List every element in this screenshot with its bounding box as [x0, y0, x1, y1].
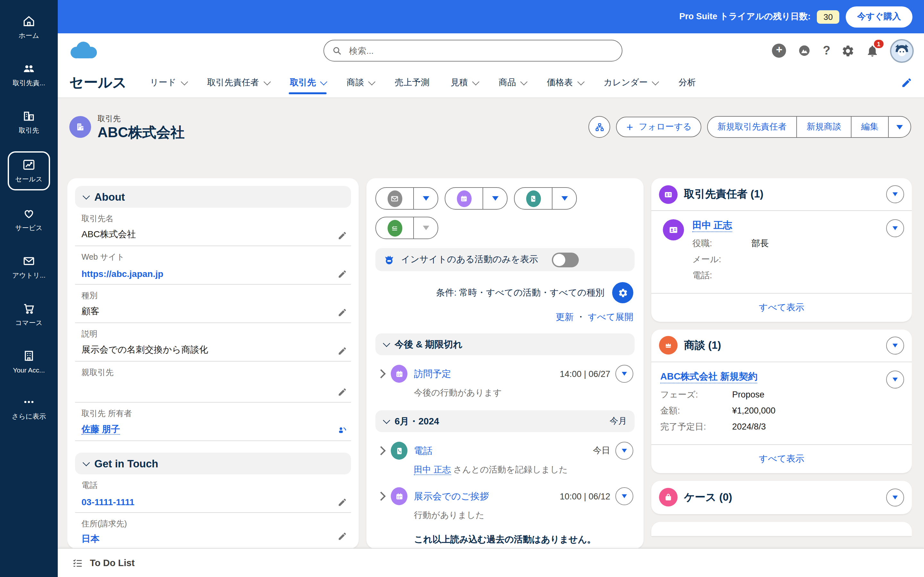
more-actions-button[interactable] — [888, 117, 911, 137]
expand-chevron-icon[interactable] — [376, 492, 386, 501]
tab-analytics[interactable]: 分析 — [678, 68, 696, 97]
home-icon — [22, 14, 36, 28]
settings-gear-icon[interactable] — [841, 44, 855, 57]
hierarchy-button[interactable] — [589, 116, 611, 138]
trial-banner-text: Pro Suite トライアルの残り日数: — [679, 11, 811, 23]
owner-link[interactable]: 佐藤 朋子 — [81, 424, 120, 435]
tab-products[interactable]: 商品 — [499, 68, 525, 97]
notifications-bell-icon[interactable]: 1 — [866, 44, 879, 57]
activity-title-link[interactable]: 展示会でのご挨拶 — [414, 490, 489, 502]
address-country-link[interactable]: 日本 — [81, 533, 99, 544]
new-task-button[interactable] — [376, 218, 414, 239]
change-owner-icon[interactable] — [337, 425, 347, 435]
edit-pencil-icon[interactable] — [338, 532, 347, 541]
tab-calendar[interactable]: カレンダー — [604, 68, 657, 97]
expand-chevron-icon[interactable] — [376, 369, 386, 378]
record-action-group: 新規取引先責任者 新規商談 編集 — [707, 116, 911, 138]
edit-pencil-icon[interactable] — [338, 387, 347, 397]
edit-pencil-icon[interactable] — [338, 269, 347, 279]
buy-now-button[interactable]: 今すぐ購入 — [846, 6, 913, 27]
related-card-actions-button[interactable] — [886, 488, 904, 506]
get-in-touch-section-header[interactable]: Get in Touch — [75, 453, 351, 474]
timeline-settings-button[interactable] — [612, 282, 633, 303]
help-icon[interactable]: ? — [823, 44, 830, 58]
month-section[interactable]: 6月・2024 今月 — [375, 410, 635, 432]
view-all-opportunities-link[interactable]: すべて表示 — [651, 445, 912, 473]
expand-chevron-icon[interactable] — [376, 446, 386, 455]
follow-button[interactable]: フォローする — [616, 117, 701, 137]
edit-pencil-icon[interactable] — [338, 308, 347, 318]
sidebar-item-accounts[interactable]: 取引先 — [15, 104, 43, 140]
ellipsis-icon — [22, 395, 36, 409]
tab-forecasts[interactable]: 売上予測 — [395, 68, 429, 97]
activity-title-link[interactable]: 訪問予定 — [414, 367, 451, 380]
log-call-button[interactable] — [515, 188, 552, 209]
sidebar-item-outreach[interactable]: アウトリ... — [8, 249, 49, 285]
todo-list-bar[interactable]: To Do List — [58, 548, 924, 577]
opportunity-name-link[interactable]: ABC株式会社 新規契約 — [660, 371, 758, 384]
chevron-down-icon — [652, 78, 659, 85]
row-actions-button[interactable] — [886, 219, 904, 237]
event-dropdown-button[interactable] — [483, 188, 507, 209]
call-dropdown-button[interactable] — [552, 188, 576, 209]
tab-opportunities[interactable]: 商談 — [347, 68, 373, 97]
trailhead-icon[interactable] — [797, 43, 812, 58]
new-opportunity-button[interactable]: 新規商談 — [796, 117, 851, 137]
tab-accounts[interactable]: 取引先 — [290, 68, 325, 97]
about-section-header[interactable]: About — [75, 186, 351, 208]
edit-pencil-icon[interactable] — [338, 498, 347, 507]
tab-quotes[interactable]: 見積 — [451, 68, 477, 97]
sidebar-item-home[interactable]: ホーム — [15, 9, 43, 45]
chevron-down-icon — [263, 78, 271, 85]
refresh-link[interactable]: 更新 — [556, 311, 573, 323]
user-avatar[interactable] — [890, 39, 914, 63]
contact-link[interactable]: 田中 正志 — [414, 465, 451, 475]
insights-toggle[interactable] — [551, 252, 578, 267]
email-button[interactable] — [376, 188, 414, 209]
activity-actions-button[interactable] — [615, 365, 633, 383]
record-page: 取引先 ABC株式会社 フォローする 新規取引先責任者 新規商談 編集 — [58, 98, 924, 577]
new-contact-button[interactable]: 新規取引先責任者 — [708, 117, 796, 137]
activity-actions-button[interactable] — [615, 442, 633, 460]
expand-all-link[interactable]: すべて展開 — [588, 311, 633, 323]
trial-days-badge: 30 — [817, 10, 839, 23]
sidebar-item-show-more[interactable]: さらに表示 — [8, 390, 50, 426]
edit-pencil-icon[interactable] — [338, 231, 347, 240]
add-icon[interactable]: + — [772, 44, 787, 58]
sidebar-item-commerce[interactable]: コマース — [11, 296, 47, 333]
tab-contacts[interactable]: 取引先責任者 — [207, 68, 268, 97]
field-billing-address: 住所(請求先) 日本 〒100-0005 東京都 千代田区 — [75, 513, 351, 549]
related-card-actions-button[interactable] — [886, 185, 904, 203]
related-card-actions-button[interactable] — [886, 337, 904, 355]
edit-pencil-icon[interactable] — [338, 346, 347, 356]
row-actions-button[interactable] — [886, 371, 904, 388]
sidebar-item-sales[interactable]: セールス — [7, 151, 50, 190]
view-all-contacts-link[interactable]: すべて表示 — [651, 293, 912, 322]
sidebar-item-contacts[interactable]: 取引先責... — [9, 56, 49, 93]
website-link[interactable]: https://abc.japan.jp — [81, 269, 163, 279]
sidebar-item-your-account[interactable]: Your Acc... — [9, 343, 49, 379]
phone-link[interactable]: 03-1111-1111 — [81, 497, 134, 507]
email-dropdown-button[interactable] — [414, 188, 438, 209]
tab-leads[interactable]: リード — [150, 68, 186, 97]
contact-name-link[interactable]: 田中 正志 — [692, 219, 732, 232]
sidebar-item-service[interactable]: サービス — [11, 201, 47, 238]
timeline-criteria-row: 条件: 常時・すべての活動・すべての種別 — [375, 282, 635, 303]
notification-count-badge: 1 — [874, 39, 884, 48]
heart-icon — [22, 206, 36, 221]
opportunity-list-item: ABC株式会社 新規契約 フェーズ:Propose 金額:¥1,200,000 … — [651, 362, 912, 444]
activity-title-link[interactable]: 電話 — [414, 445, 433, 457]
record-header: 取引先 ABC株式会社 フォローする 新規取引先責任者 新規商談 編集 — [58, 98, 924, 151]
insights-filter-bar: インサイトのある活動のみを表示 — [375, 248, 635, 271]
field-description: 説明 展示会での名刺交換から商談化 — [75, 323, 351, 362]
task-dropdown-button[interactable] — [414, 218, 438, 239]
edit-button[interactable]: 編集 — [851, 117, 888, 137]
new-event-button[interactable] — [445, 188, 483, 209]
related-lists: 取引先責任者 (1) 田中 正志 役職:部長 メール: — [651, 178, 912, 549]
search-input[interactable] — [348, 45, 614, 56]
edit-nav-pencil-icon[interactable] — [901, 77, 913, 89]
tab-pricebooks[interactable]: 価格表 — [547, 68, 582, 97]
upcoming-overdue-section[interactable]: 今後 & 期限切れ — [375, 334, 635, 355]
activity-actions-button[interactable] — [615, 487, 633, 505]
chevron-down-icon — [383, 417, 391, 424]
